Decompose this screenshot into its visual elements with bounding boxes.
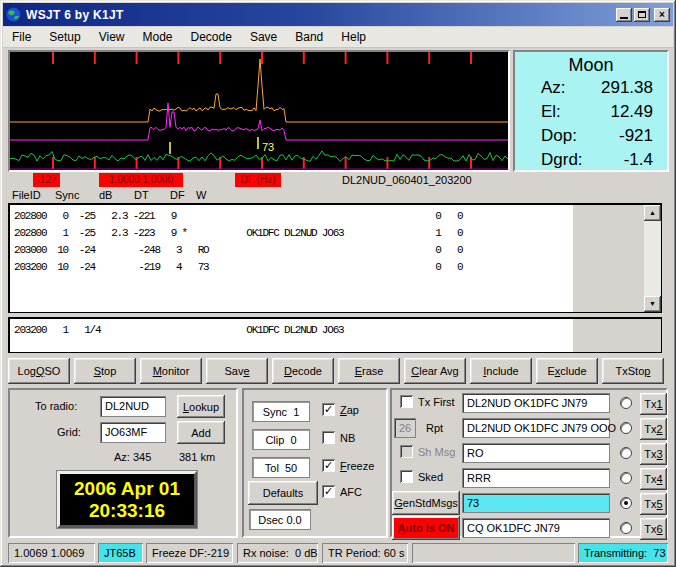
to-radio-label: To radio: — [35, 400, 77, 412]
menu-view[interactable]: View — [90, 27, 134, 47]
tx3-message-field[interactable]: RO — [462, 443, 610, 463]
decode-scrollbar[interactable]: ▲ ▼ — [644, 205, 661, 312]
include-button[interactable]: Include — [470, 358, 532, 384]
menu-help[interactable]: Help — [332, 27, 375, 47]
decode-text-area[interactable]: 202800 0 -25 2.3 -221 9 0 0 202800 1 -25… — [8, 203, 662, 313]
rpt-value-box: 26 — [394, 418, 416, 438]
tx-first-label: Tx First — [418, 396, 455, 408]
moon-el-label: El: — [541, 102, 561, 122]
menu-file[interactable]: File — [3, 27, 40, 47]
zap-checkbox[interactable]: ✓ — [322, 403, 335, 416]
to-radio-input[interactable]: DL2NUD — [100, 396, 166, 417]
freeze-label: Freeze — [340, 460, 374, 472]
clock-time: 20:33:16 — [60, 500, 194, 522]
lookup-button[interactable]: Lookup — [177, 395, 225, 418]
minimize-button[interactable] — [616, 8, 632, 22]
clip-control[interactable]: Clip 0 — [252, 429, 310, 450]
tx6-button[interactable]: Tx6 — [640, 518, 667, 540]
rpt-label: Rpt — [426, 422, 443, 434]
grid-input[interactable]: JO63MF — [100, 422, 166, 443]
average-area-filler — [573, 319, 661, 352]
col-w: W — [196, 189, 206, 201]
tx1-button[interactable]: Tx1 — [640, 393, 667, 415]
col-dt: DT — [134, 189, 149, 201]
nb-checkbox[interactable] — [322, 431, 335, 444]
clear-avg-button[interactable]: Clear Avg — [404, 358, 466, 384]
erase-button[interactable]: Erase — [338, 358, 400, 384]
freeze-checkbox[interactable]: ✓ — [322, 459, 335, 472]
wsjt-window: WSJT 6 by K1JT × File Setup View Mode De… — [0, 0, 676, 567]
afc-checkbox[interactable]: ✓ — [322, 485, 335, 498]
tx1-message-field[interactable]: DL2NUD OK1DFC JN79 — [462, 393, 610, 413]
tx4-message-field[interactable]: RRR — [462, 468, 610, 488]
stop-button[interactable]: Stop — [74, 358, 136, 384]
sked-label: Sked — [418, 471, 443, 483]
save-button[interactable]: Save — [206, 358, 268, 384]
exclude-button[interactable]: Exclude — [536, 358, 598, 384]
menu-setup[interactable]: Setup — [40, 27, 89, 47]
moon-az-value: 291.38 — [601, 78, 653, 98]
status-transmitting: Transmitting: 73 — [578, 543, 668, 563]
defaults-button[interactable]: Defaults — [248, 481, 318, 505]
tx-radio[interactable] — [620, 522, 632, 534]
menu-decode[interactable]: Decode — [182, 27, 241, 47]
tx2-button[interactable]: Tx2 — [640, 418, 667, 440]
tx-radio[interactable] — [620, 497, 632, 509]
sync-control[interactable]: Sync 1 — [252, 401, 310, 422]
decode-line: 202800 1 -25 2.3 -223 9 * OK1DFC DL2NUD … — [10, 225, 661, 242]
tx-radio[interactable] — [620, 397, 632, 409]
scroll-down-icon[interactable]: ▼ — [644, 296, 661, 312]
station-panel: To radio: DL2NUD Lookup Grid: JO63MF Add… — [8, 388, 238, 538]
tx6-message-field[interactable]: CQ OK1DFC JN79 — [462, 518, 610, 538]
moon-el-row: El: 12.49 — [541, 102, 653, 126]
tol-control[interactable]: Tol 50 — [252, 457, 310, 478]
col-db: dB — [99, 189, 112, 201]
menu-band[interactable]: Band — [286, 27, 332, 47]
log-qso-button[interactable]: Log QSO — [8, 358, 70, 384]
nb-label: NB — [340, 432, 355, 444]
tx-radio[interactable] — [620, 472, 632, 484]
close-icon[interactable]: × — [654, 8, 670, 22]
average-text-area[interactable]: 203200 1 1/4 OK1DFC DL2NUD JO63 — [8, 317, 662, 353]
status-spacer — [412, 543, 575, 563]
sked-checkbox[interactable] — [400, 470, 413, 483]
afc-label: AFC — [340, 486, 362, 498]
menu-mode[interactable]: Mode — [134, 27, 182, 47]
sample-rate-indicator: 1.0000 1.0000 — [99, 173, 183, 187]
menu-save[interactable]: Save — [241, 27, 286, 47]
tx4-button[interactable]: Tx4 — [640, 468, 667, 490]
moon-info-panel: Moon Az: 291.38 El: 12.49 Dop: -921 Dgrd… — [513, 50, 669, 172]
tx-radio[interactable] — [620, 422, 632, 434]
azimuth-value: Az: 345 — [114, 451, 151, 463]
df-axis-label: DF (Hz) — [235, 173, 281, 187]
decode-line: 203200 10 -24 -219 4 73 0 0 — [10, 259, 661, 276]
col-sync: Sync — [55, 189, 79, 201]
menu-bar: File Setup View Mode Decode Save Band He… — [3, 27, 673, 48]
status-mode-badge: JT65B — [98, 543, 143, 563]
signal-level-indicator: -127 — [33, 173, 60, 187]
moon-el-value: 12.49 — [610, 102, 653, 122]
tx-first-checkbox[interactable] — [400, 395, 413, 408]
tx5-message-field[interactable]: 73 — [462, 493, 610, 513]
add-button[interactable]: Add — [177, 421, 225, 444]
decode-button[interactable]: Decode — [272, 358, 334, 384]
dsec-control[interactable]: Dsec 0.0 — [249, 509, 311, 530]
tx5-button[interactable]: Tx5 — [640, 493, 667, 515]
monitor-button[interactable]: Monitor — [140, 358, 202, 384]
tx-radio[interactable] — [620, 447, 632, 459]
txstop-button[interactable]: TxStop — [602, 358, 664, 384]
scroll-up-icon[interactable]: ▲ — [644, 205, 661, 221]
auto-toggle-button[interactable]: Auto is ON — [392, 516, 460, 540]
maximize-button[interactable] — [634, 8, 650, 22]
moon-az-row: Az: 291.38 — [541, 78, 653, 102]
tx3-button[interactable]: Tx3 — [640, 443, 667, 465]
gen-std-msgs-button[interactable]: GenStdMsgs — [392, 491, 460, 515]
clock-date: 2006 Apr 01 — [60, 478, 194, 500]
tx2-message-field[interactable]: DL2NUD OK1DFC JN79 OOO — [462, 418, 610, 438]
tx-messages-panel: Tx First DL2NUD OK1DFC JN79 Tx1 26 Rpt D… — [390, 388, 668, 538]
moon-dgrd-row: Dgrd: -1.4 — [541, 150, 653, 174]
sh-msg-checkbox[interactable] — [400, 445, 413, 458]
wav-filename: DL2NUD_060401_203200 — [342, 174, 472, 186]
status-freeze-df: Freeze DF:-219 — [146, 543, 233, 563]
spectrum-display[interactable]: 73 — [8, 50, 510, 172]
